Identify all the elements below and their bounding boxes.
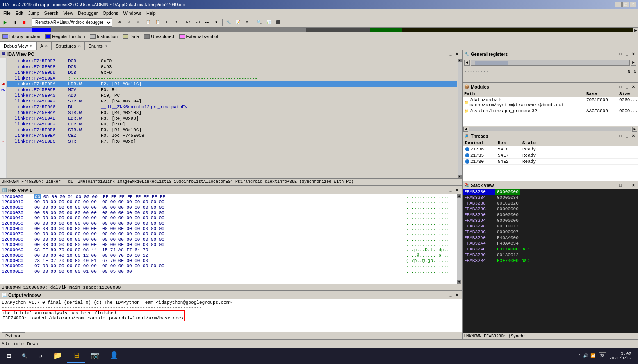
tab-enums[interactable]: Enums ✕	[85, 41, 111, 50]
hex-line-5[interactable]: 12C00050 00 00 00 00 00 00 00 00 00 00 0…	[0, 221, 457, 226]
code-line-4[interactable]: linker:F745E09A LDR.W R2, [R4,#0x11C]	[7, 81, 457, 87]
code-line-5[interactable]: linker:F745E09E MOV R0, R4	[7, 87, 457, 93]
modules-scroll-right[interactable]: ▶	[632, 127, 637, 132]
nav-scroll-btn[interactable]: ▶	[633, 28, 638, 32]
stack-row-11[interactable]: FFAB32B0 00130012	[463, 253, 638, 258]
output-close-icon[interactable]: ✕	[454, 292, 460, 298]
hex-line-6[interactable]: 12C00060 00 00 00 00 00 00 00 00 00 00 0…	[0, 226, 457, 232]
stack-view-minimize-icon[interactable]: _	[624, 182, 630, 188]
tb-btn-10[interactable]: ▸▸	[203, 18, 212, 27]
hex-line-3[interactable]: 12C00030 00 00 00 00 00 00 00 00 00 00 0…	[0, 210, 457, 216]
modules-close-icon[interactable]: ✕	[631, 84, 636, 90]
tb-btn-13[interactable]: 📝	[233, 18, 242, 27]
gen-regs-scrollbar[interactable]	[471, 60, 630, 66]
stack-row-12[interactable]: FFAB32B4 F3F74000 ba:	[463, 258, 638, 264]
modules-row-1[interactable]: 📁 /system/bin/app_process32 AACF8000 000…	[463, 108, 638, 114]
tb-btn-2[interactable]: ↺	[125, 18, 134, 27]
menu-help[interactable]: Help	[144, 10, 158, 16]
tab-enums-close-icon[interactable]: ✕	[104, 44, 107, 48]
stack-row-3[interactable]: FFAB328C 00000000	[463, 207, 638, 212]
code-scroll-down[interactable]: ▼	[458, 175, 462, 178]
menu-view[interactable]: View	[61, 10, 75, 16]
tb-btn-1[interactable]: ⚙	[115, 18, 124, 27]
play-btn[interactable]: ▶	[1, 18, 10, 27]
hex-line-13[interactable]: 12C000D0 07 00 00 00 00 00 00 00 00 00 0…	[0, 264, 457, 269]
threads-row-0[interactable]: 🔵 21736 54E8 Ready	[463, 146, 638, 152]
tb-btn-3[interactable]: ↻	[134, 18, 143, 27]
stack-row-4[interactable]: FFAB3290 00000000	[463, 212, 638, 218]
tb-btn-14[interactable]: ⚙	[243, 18, 252, 27]
stack-row-5[interactable]: FFAB3294 00000000	[463, 218, 638, 224]
threads-row-2[interactable]: 🔵 21730 54E2 Ready	[463, 159, 638, 165]
code-line-3[interactable]: linker:F745E09A ; ----------------------…	[7, 75, 457, 81]
ida-view-minimize-icon[interactable]: _	[448, 51, 453, 57]
tb-btn-5[interactable]: 📋	[153, 18, 162, 27]
tb-btn-17[interactable]: ⬛	[273, 18, 283, 27]
tab-structures[interactable]: Structures ✕	[52, 41, 84, 50]
tb-btn-15[interactable]: 🔍	[255, 18, 264, 27]
tab-debug-close-icon[interactable]: ✕	[30, 44, 33, 48]
stack-row-6[interactable]: FFAB3298 00110012	[463, 224, 638, 230]
python-tab-btn[interactable]: Python	[2, 332, 25, 340]
tb-btn-4[interactable]: 📋	[144, 18, 153, 27]
output-minimize-icon[interactable]: _	[448, 292, 453, 298]
code-line-6[interactable]: linker:F745E0A0 ADD R10, PC	[7, 93, 457, 98]
ida-view-restore-icon[interactable]: □	[441, 51, 447, 57]
stack-row-1[interactable]: FFAB3284 00000034	[463, 195, 638, 201]
stack-row-8[interactable]: FFAB32A0 F40AA000	[463, 235, 638, 241]
stack-row-9[interactable]: FFAB32A4 F40AA034	[463, 241, 638, 247]
modules-restore-icon[interactable]: □	[617, 84, 623, 90]
tb-btn-6[interactable]: ⬇	[162, 18, 171, 27]
maximize-btn[interactable]: □	[622, 2, 629, 7]
threads-row-1[interactable]: 🔵 21735 54E7 Ready	[463, 152, 638, 159]
modules-row-0[interactable]: 📁 /data/dalvik-cache/arm/system@framewor…	[463, 97, 638, 108]
hex-scroll-down[interactable]: ▼	[457, 280, 461, 284]
tb-btn-9[interactable]: F8	[193, 18, 202, 27]
tb-btn-11[interactable]: ✖	[212, 18, 221, 27]
hex-view-close-icon[interactable]: ✕	[454, 187, 460, 193]
pause-btn[interactable]: ⏸	[10, 18, 19, 27]
stop-btn[interactable]: ⏹	[20, 18, 29, 27]
hex-line-4[interactable]: 12C00040 00 00 00 00 00 00 00 00 00 00 0…	[0, 216, 457, 221]
stack-view-restore-icon[interactable]: □	[617, 182, 623, 188]
ida-view-close-icon[interactable]: ✕	[454, 51, 460, 57]
hex-scrollbar[interactable]: ▲ ▼	[457, 194, 462, 284]
minimize-btn[interactable]: —	[615, 2, 622, 7]
menu-windows[interactable]: Windows	[121, 10, 144, 16]
code-line-12[interactable]: linker:F745E0B6 STR.W R3, [R4,#0x10C]	[7, 127, 457, 133]
stack-row-7[interactable]: FFAB329C 00000007	[463, 230, 638, 235]
menu-jump[interactable]: Jump	[26, 10, 42, 16]
close-btn[interactable]: ✕	[630, 2, 636, 7]
threads-restore-icon[interactable]: □	[617, 133, 623, 139]
hex-line-0[interactable]: 12C00000 00 05 00 00 01 00 00 00 FF FF F…	[0, 194, 457, 200]
code-line-2[interactable]: linker:F745E099 DCB 0xF9	[7, 70, 457, 75]
hex-line-12[interactable]: 12C000C0 28 1F 37 70 00 00 40 F1 67 70 0…	[0, 258, 457, 264]
tb-btn-7[interactable]: ⬆	[172, 18, 181, 27]
modules-scroll-left[interactable]: ◀	[463, 127, 468, 132]
code-line-8[interactable]: linker:F745E0A6 BL __dl__ZNK6soinfo12get…	[7, 104, 457, 110]
gen-regs-close-icon[interactable]: ✕	[631, 51, 636, 57]
threads-minimize-icon[interactable]: _	[624, 133, 630, 139]
gen-regs-minimize-icon[interactable]: _	[624, 51, 630, 57]
stack-row-0[interactable]: FFAB3280 00000000	[463, 189, 638, 195]
hex-view-restore-icon[interactable]: □	[441, 187, 447, 193]
code-line-7[interactable]: linker:F745E0A2 STR.W R2, [R4,#0x104]	[7, 98, 457, 104]
menu-debugger[interactable]: Debugger	[75, 10, 100, 16]
stack-row-10[interactable]: FFAB32AC F3F74000 ba:	[463, 247, 638, 253]
tab-structures-close-icon[interactable]: ✕	[78, 44, 81, 48]
debugger-selector[interactable]: Remote ARMLinux/Android debugger	[32, 18, 112, 27]
hex-line-14[interactable]: 12C000E0 00 00 00 00 00 00 01 00 00 05 0…	[0, 269, 457, 274]
hex-view-minimize-icon[interactable]: _	[448, 187, 453, 193]
hex-line-8[interactable]: 12C00080 00 00 00 00 00 00 00 00 00 00 0…	[0, 237, 457, 242]
code-line-0[interactable]: linker:F745E097 DCB 0xF0	[7, 58, 457, 64]
tb-btn-12[interactable]: 🔧	[224, 18, 233, 27]
tb-btn-8[interactable]: F7	[184, 18, 193, 27]
modules-hscroll[interactable]	[469, 127, 631, 131]
stack-row-2[interactable]: FFAB3288 001C2820	[463, 201, 638, 207]
hex-scroll-up[interactable]: ▲	[457, 194, 461, 198]
code-line-1[interactable]: linker:F745E098 DCB 0x93	[7, 64, 457, 70]
code-line-10[interactable]: linker:F745E0AE LDR.W R3, [R4,#0x98]	[7, 116, 457, 121]
tb-btn-16[interactable]: 📊	[264, 18, 273, 27]
code-line-9[interactable]: linker:F745E0AA STR.W R0, [R4,#0x108]	[7, 110, 457, 116]
gen-regs-left-btn[interactable]: ◀	[464, 60, 470, 66]
